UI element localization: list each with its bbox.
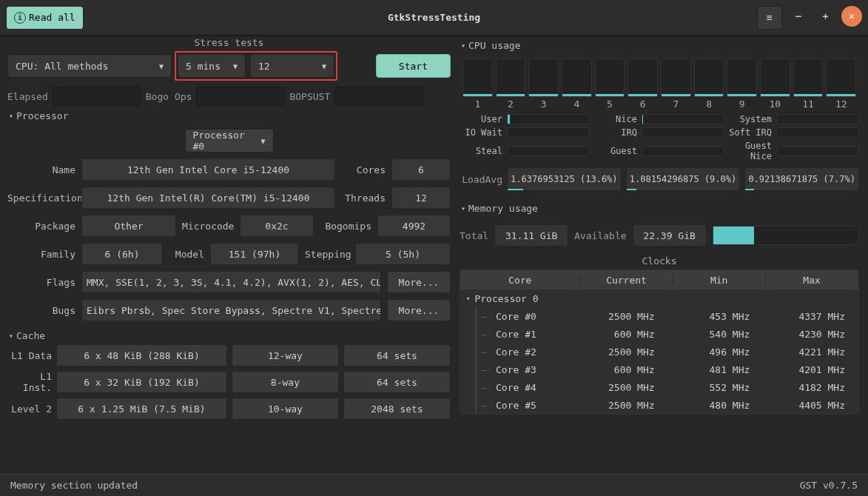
memory-total-label: Total xyxy=(460,230,488,241)
chevron-down-icon: ▼ xyxy=(260,137,265,145)
usage-bar xyxy=(507,114,590,124)
stress-method-combo[interactable]: CPU: All methods ▼ xyxy=(7,54,172,78)
cache-size: 6 x 48 KiB (288 KiB) xyxy=(56,344,227,366)
clock-core: —Core #2 xyxy=(460,343,573,361)
cpu-core-bar: 11 xyxy=(793,58,824,110)
clock-min: 540 MHz xyxy=(668,329,764,340)
elapsed-field xyxy=(53,87,141,106)
clock-row[interactable]: —Core #3600 MHz481 MHz4201 MHz xyxy=(460,361,858,378)
processor-section-header[interactable]: ▾ Processor xyxy=(7,107,451,124)
chevron-down-icon: ▼ xyxy=(322,62,326,70)
clock-current: 600 MHz xyxy=(573,364,668,375)
memory-section-header[interactable]: ▾ Memory usage xyxy=(460,200,859,217)
duration-value: 5 mins xyxy=(186,61,221,72)
threads-field: 12 xyxy=(391,187,451,209)
loadavg-box: 1.6376953125 (13.6%) xyxy=(507,167,622,191)
family-label: Family xyxy=(7,249,75,260)
read-all-button[interactable]: i Read all xyxy=(6,6,84,30)
cpu-core-number: 7 xyxy=(661,98,691,110)
threads-label: Threads xyxy=(341,192,386,204)
minimize-icon: — xyxy=(795,10,801,21)
cache-row: L1 Data6 x 48 KiB (288 KiB)12-way64 sets xyxy=(7,344,451,366)
clock-row[interactable]: —Core #42500 MHz552 MHz4182 MHz xyxy=(460,378,858,396)
bogomips-field: 4992 xyxy=(377,215,451,237)
microcode-field: 0x2c xyxy=(240,215,314,237)
cache-section-header[interactable]: ▾ Cache xyxy=(7,327,451,344)
usage-bar xyxy=(776,127,859,138)
bugs-more-button[interactable]: More... xyxy=(387,299,451,321)
minimize-button[interactable]: — xyxy=(788,6,809,27)
clocks-col-core: Core xyxy=(460,275,580,286)
cache-sets: 64 sets xyxy=(343,371,451,393)
clock-max: 4182 MHz xyxy=(763,382,858,393)
bopsust-label: BOPSUST xyxy=(289,91,330,102)
cpu-core-bar: 9 xyxy=(727,58,757,110)
clock-row[interactable]: —Core #02500 MHz453 MHz4337 MHz xyxy=(460,307,858,325)
clock-min: 496 MHz xyxy=(668,346,764,358)
usage-label: Steal xyxy=(460,146,502,156)
cpu-core-bar: 10 xyxy=(760,58,790,110)
clock-row[interactable]: —Core #52500 MHz480 MHz4405 MHz xyxy=(460,396,858,414)
clock-current: 600 MHz xyxy=(573,329,668,340)
usage-bar xyxy=(642,127,724,138)
loadavg-box: 0.92138671875 (7.7%) xyxy=(744,167,859,191)
read-all-label: Read all xyxy=(29,12,75,23)
cache-assoc: 12-way xyxy=(232,344,339,366)
processor-selector-value: Processor #0 xyxy=(193,130,261,152)
stepping-label: Stepping xyxy=(305,249,349,260)
cpu-core-bar: 12 xyxy=(826,58,856,110)
cpu-core-bar: 4 xyxy=(562,58,592,110)
cache-assoc: 8-way xyxy=(232,371,339,393)
cpu-core-number: 3 xyxy=(528,98,559,110)
clocks-processor-row[interactable]: ▾Processor 0 xyxy=(460,289,858,307)
clock-max: 4405 MHz xyxy=(763,400,858,411)
processor-selector-combo[interactable]: Processor #0 ▼ xyxy=(185,129,274,153)
clock-row[interactable]: —Core #1600 MHz540 MHz4230 MHz xyxy=(460,325,858,343)
hamburger-icon: ≡ xyxy=(767,12,773,23)
usage-bar xyxy=(776,146,859,156)
cpu-core-number: 5 xyxy=(595,98,625,110)
cpu-core-bar: 6 xyxy=(628,58,658,110)
workers-combo[interactable]: 12 ▼ xyxy=(250,54,334,78)
status-bar: Memory section updated GST v0.7.5 xyxy=(0,474,868,496)
clock-row[interactable]: —Core #22500 MHz496 MHz4221 MHz xyxy=(460,343,858,361)
cpu-core-number: 2 xyxy=(496,98,526,110)
model-field: 151 (97h) xyxy=(210,243,299,265)
close-button[interactable]: ✕ xyxy=(841,6,862,27)
cache-assoc: 10-way xyxy=(232,398,339,420)
usage-label: Soft IRQ xyxy=(729,127,772,138)
clock-max: 4230 MHz xyxy=(763,329,858,340)
clock-core: —Core #0 xyxy=(460,307,573,325)
start-button[interactable]: Start xyxy=(376,54,451,78)
cpu-usage-row: StealGuestGuest Nice xyxy=(460,141,859,161)
window-title: GtkStressTesting xyxy=(0,12,868,23)
flags-field: MMX, SSE(1, 2, 3, 3S, 4.1, 4.2), AVX(1, … xyxy=(81,271,381,293)
bogomips-label: Bogomips xyxy=(320,221,371,232)
cpu-core-number: 11 xyxy=(793,98,824,110)
cpu-usage-row: IO WaitIRQSoft IRQ xyxy=(460,127,859,138)
cpu-usage-row: UserNiceSystem xyxy=(460,114,859,124)
flags-more-button[interactable]: More... xyxy=(387,271,451,293)
bugs-label: Bugs xyxy=(7,305,75,316)
model-label: Model xyxy=(169,249,204,260)
usage-label: IO Wait xyxy=(460,127,502,138)
cpu-core-bar: 8 xyxy=(694,58,724,110)
elapsed-label: Elapsed xyxy=(7,91,48,102)
memory-progress-fill xyxy=(713,227,754,244)
cache-label: L1 Inst. xyxy=(7,371,52,393)
clocks-col-current: Current xyxy=(580,275,673,286)
package-field: Other xyxy=(81,215,176,237)
duration-combo[interactable]: 5 mins ▼ xyxy=(178,54,246,78)
spec-label: Specification xyxy=(7,192,75,204)
clocks-table-header[interactable]: Core Current Min Max xyxy=(460,270,858,289)
cache-label: L1 Data xyxy=(7,350,52,361)
hamburger-menu-button[interactable]: ≡ xyxy=(757,6,782,30)
clock-current: 2500 MHz xyxy=(573,382,668,393)
memory-available-label: Available xyxy=(574,230,626,241)
maximize-button[interactable]: ＋ xyxy=(815,6,835,27)
clock-current: 2500 MHz xyxy=(573,400,668,411)
cpu-core-bar: 2 xyxy=(496,58,526,110)
cpu-usage-section-header[interactable]: ▾ CPU usage xyxy=(460,37,859,54)
clocks-processor-label: Processor 0 xyxy=(474,293,538,304)
clock-max: 4337 MHz xyxy=(763,311,858,322)
